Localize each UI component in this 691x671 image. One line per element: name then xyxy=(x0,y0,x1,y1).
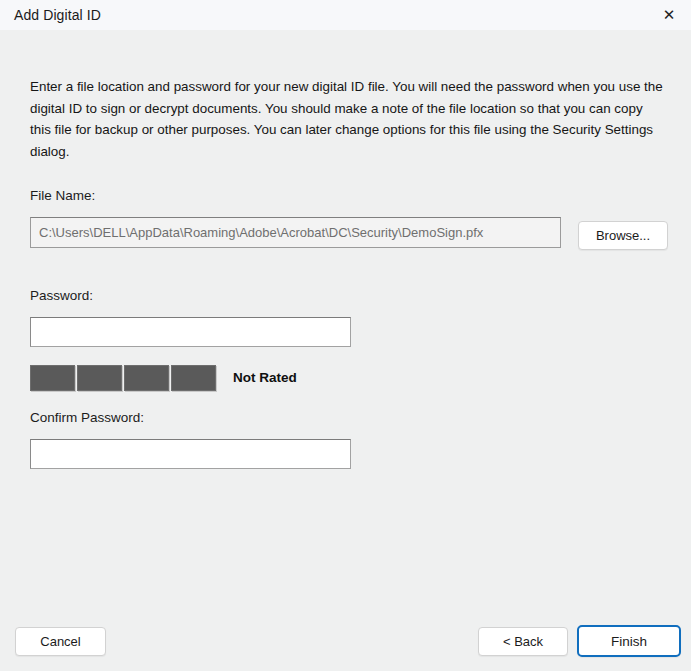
close-icon[interactable]: ✕ xyxy=(647,0,691,30)
strength-segment xyxy=(171,365,216,391)
password-label: Password: xyxy=(30,288,93,303)
strength-segment xyxy=(124,365,169,391)
strength-rating-label: Not Rated xyxy=(233,370,297,385)
file-name-label: File Name: xyxy=(30,188,95,203)
confirm-password-input[interactable] xyxy=(30,439,351,469)
dialog-title: Add Digital ID xyxy=(14,7,101,23)
add-digital-id-dialog: Add Digital ID ✕ Enter a file location a… xyxy=(0,0,691,671)
password-input[interactable] xyxy=(30,317,351,347)
cancel-button[interactable]: Cancel xyxy=(15,627,106,656)
dialog-titlebar: Add Digital ID ✕ xyxy=(0,0,691,30)
strength-meter xyxy=(30,365,216,391)
intro-text: Enter a file location and password for y… xyxy=(30,76,666,162)
confirm-password-label: Confirm Password: xyxy=(30,410,144,425)
browse-button[interactable]: Browse... xyxy=(578,221,668,250)
finish-button[interactable]: Finish xyxy=(577,625,681,657)
strength-segment xyxy=(77,365,122,391)
strength-segment xyxy=(30,365,75,391)
file-name-input[interactable] xyxy=(30,217,561,248)
back-button[interactable]: < Back xyxy=(478,627,568,656)
